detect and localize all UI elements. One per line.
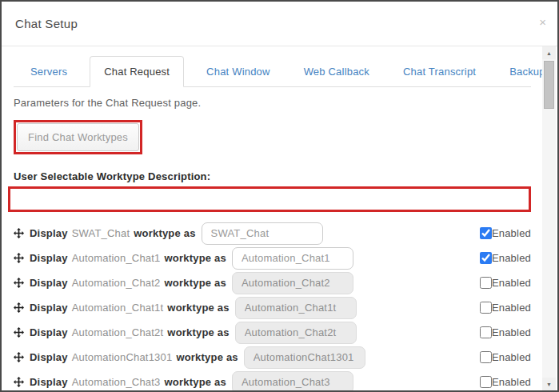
worktype-row-automation-chat1: DisplayAutomation_Chat1worktype as Enabl… [14,246,531,270]
row-label: DisplayAutomation_Chat3worktype as [30,376,226,388]
enabled-group: Enabled [480,376,531,388]
worktype-description-label: User Selectable Worktype Description: [14,170,531,182]
dialog-header: Chat Setup × [2,2,557,46]
chat-setup-dialog: Chat Setup × Servers Chat Request Chat W… [0,0,559,392]
scroll-up-icon[interactable]: ▲ [542,46,556,59]
enabled-checkbox[interactable] [480,376,492,388]
worktype-rows: DisplaySWAT_Chatworktype as Enabled Disp… [14,221,531,390]
worktype-row-automation-chat2: DisplayAutomation_Chat2worktype as Enabl… [14,270,531,295]
worktype-row-automationchat1301: DisplayAutomationChat1301worktype as Ena… [14,345,531,370]
tab-web-callback[interactable]: Web Callback [293,57,381,86]
move-icon[interactable] [14,352,24,362]
worktype-display-input[interactable] [232,371,353,391]
tab-chat-request[interactable]: Chat Request [90,56,184,87]
worktype-display-input[interactable] [235,297,357,319]
tab-chat-transcript[interactable]: Chat Transcript [392,57,487,86]
enabled-group: Enabled [480,252,531,264]
move-icon[interactable] [14,377,24,387]
enabled-label: Enabled [492,326,531,338]
enabled-label: Enabled [492,252,531,264]
enabled-group: Enabled [480,351,531,363]
row-label: DisplayAutomationChat1301worktype as [30,351,238,363]
enabled-checkbox[interactable] [480,227,492,239]
tab-servers[interactable]: Servers [19,57,78,86]
worktype-display-input[interactable] [202,222,323,245]
vertical-scrollbar[interactable]: ▲ ▼ [542,46,556,390]
enabled-checkbox[interactable] [480,351,492,363]
enabled-group: Enabled [480,277,531,289]
worktype-display-input[interactable] [232,272,353,294]
tab-bar: Servers Chat Request Chat Window Web Cal… [14,56,531,87]
close-icon[interactable]: × [539,16,546,28]
tab-chat-window[interactable]: Chat Window [195,57,281,86]
worktype-display-input[interactable] [232,247,353,270]
enabled-checkbox[interactable] [480,326,492,338]
row-label: DisplayAutomation_Chat2tworktype as [30,326,230,338]
enabled-checkbox[interactable] [480,302,492,314]
dialog-body: Servers Chat Request Chat Window Web Cal… [2,46,557,390]
enabled-label: Enabled [492,277,531,289]
chat-request-panel: Servers Chat Request Chat Window Web Cal… [2,46,542,390]
enabled-label: Enabled [492,227,531,239]
enabled-group: Enabled [480,227,531,239]
move-icon[interactable] [14,302,24,313]
worktype-row-automation-chat3: DisplayAutomation_Chat3worktype as Enabl… [14,370,531,390]
find-worktypes-highlight: Find Chat Worktypes [14,120,142,154]
panel-description: Parameters for the Chat Request page. [14,97,531,109]
row-label: DisplaySWAT_Chatworktype as [30,227,196,239]
row-label: DisplayAutomation_Chat1worktype as [30,252,226,264]
row-label: DisplayAutomation_Chat1tworktype as [30,302,230,314]
worktype-display-input[interactable] [244,346,365,369]
enabled-label: Enabled [492,302,531,314]
worktype-row-swat-chat: DisplaySWAT_Chatworktype as Enabled [14,221,531,246]
scroll-down-icon[interactable]: ▼ [542,378,556,390]
enabled-label: Enabled [492,376,531,388]
enabled-group: Enabled [480,326,531,338]
worktype-row-automation-chat2t: DisplayAutomation_Chat2tworktype as Enab… [14,320,531,345]
row-label: DisplayAutomation_Chat2worktype as [30,277,226,289]
worktype-display-input[interactable] [235,322,357,344]
tab-backups[interactable]: Backups [498,57,542,86]
find-chat-worktypes-button[interactable]: Find Chat Worktypes [17,123,139,151]
dialog-title: Chat Setup [15,17,78,30]
scrollbar-thumb[interactable] [544,61,554,109]
enabled-checkbox[interactable] [480,277,492,289]
move-icon[interactable] [14,228,24,238]
worktype-description-input[interactable] [8,186,531,212]
move-icon[interactable] [14,327,24,338]
enabled-checkbox[interactable] [480,252,492,264]
enabled-group: Enabled [480,302,531,314]
move-icon[interactable] [14,278,24,288]
enabled-label: Enabled [492,351,531,363]
worktype-row-automation-chat1t: DisplayAutomation_Chat1tworktype as Enab… [14,295,531,320]
move-icon[interactable] [14,253,24,263]
